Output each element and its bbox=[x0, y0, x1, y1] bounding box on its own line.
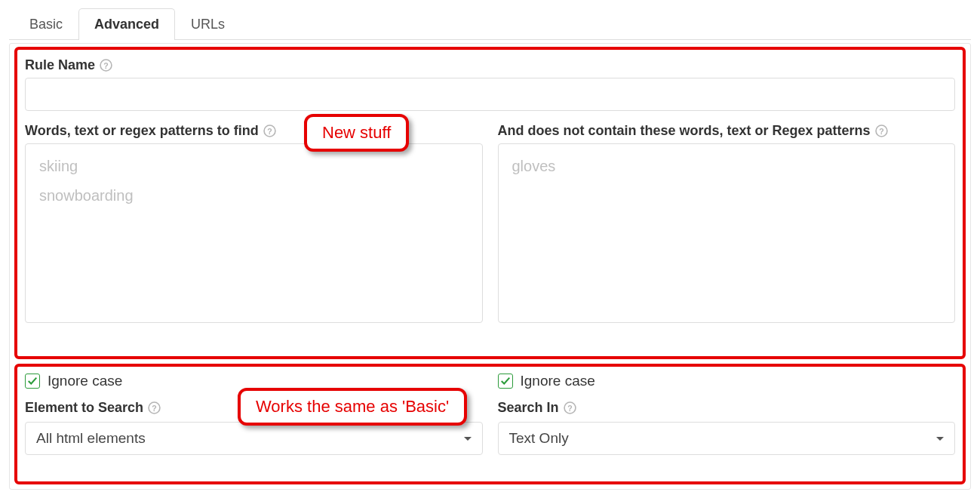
element-to-search-select[interactable]: All html elements bbox=[25, 422, 483, 455]
ignore-case-checkbox-right[interactable] bbox=[498, 374, 513, 389]
chevron-down-icon bbox=[464, 437, 472, 441]
help-icon[interactable]: ? bbox=[100, 59, 112, 72]
svg-text:?: ? bbox=[103, 61, 108, 70]
tab-urls[interactable]: URLs bbox=[175, 8, 241, 40]
tab-bar: Basic Advanced URLs bbox=[9, 8, 971, 40]
help-icon[interactable]: ? bbox=[564, 401, 576, 414]
rule-name-input[interactable] bbox=[25, 78, 955, 111]
element-to-search-label-text: Element to Search bbox=[25, 400, 143, 416]
help-icon[interactable]: ? bbox=[875, 125, 888, 137]
help-icon[interactable]: ? bbox=[148, 401, 161, 414]
callout-works-same: Works the same as 'Basic' bbox=[238, 388, 467, 426]
tab-basic[interactable]: Basic bbox=[14, 8, 78, 40]
tag-item[interactable]: skiing bbox=[36, 155, 81, 178]
not-contain-input[interactable]: gloves bbox=[498, 143, 956, 323]
search-in-value: Text Only bbox=[509, 430, 569, 447]
svg-text:?: ? bbox=[567, 404, 572, 413]
search-in-label: Search In ? bbox=[498, 400, 576, 416]
ignore-case-checkbox-left[interactable] bbox=[25, 374, 40, 389]
chevron-down-icon bbox=[936, 437, 944, 441]
rule-name-label-text: Rule Name bbox=[25, 57, 95, 73]
rule-name-label: Rule Name ? bbox=[25, 57, 112, 73]
words-find-label-text: Words, text or regex patterns to find bbox=[25, 123, 259, 139]
ignore-case-label-left: Ignore case bbox=[48, 373, 122, 389]
advanced-panel: Rule Name ? Words, text or regex pattern… bbox=[9, 43, 971, 490]
svg-text:?: ? bbox=[267, 127, 272, 136]
words-find-input[interactable]: skiing snowboarding bbox=[25, 143, 483, 323]
tab-advanced[interactable]: Advanced bbox=[78, 8, 175, 40]
not-contain-label-text: And does not contain these words, text o… bbox=[498, 123, 871, 139]
element-to-search-label: Element to Search ? bbox=[25, 400, 161, 416]
section-same-as-basic: Ignore case Element to Search ? All html… bbox=[14, 364, 966, 484]
help-icon[interactable]: ? bbox=[263, 125, 276, 137]
search-in-select[interactable]: Text Only bbox=[498, 422, 956, 455]
svg-text:?: ? bbox=[879, 127, 883, 136]
tag-item[interactable]: snowboarding bbox=[36, 184, 137, 208]
ignore-case-label-right: Ignore case bbox=[521, 373, 595, 389]
words-find-label: Words, text or regex patterns to find ? bbox=[25, 123, 483, 139]
tag-item[interactable]: gloves bbox=[509, 155, 559, 178]
search-in-label-text: Search In bbox=[498, 400, 559, 416]
section-new-stuff: Rule Name ? Words, text or regex pattern… bbox=[14, 47, 966, 359]
not-contain-label: And does not contain these words, text o… bbox=[498, 123, 956, 139]
callout-new-stuff: New stuff bbox=[304, 114, 409, 152]
element-to-search-value: All html elements bbox=[36, 430, 146, 447]
svg-text:?: ? bbox=[152, 404, 156, 413]
